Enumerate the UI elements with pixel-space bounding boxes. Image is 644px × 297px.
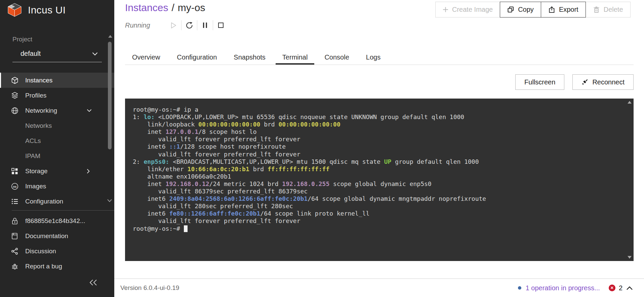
sidebar-scroll-down-arrow[interactable] xyxy=(107,198,112,204)
project-label: Project xyxy=(12,36,32,43)
networking-icon xyxy=(11,107,18,114)
terminal-scroll-up-arrow[interactable] xyxy=(628,101,632,104)
error-count: 2 xyxy=(619,284,622,292)
stop-button[interactable] xyxy=(216,20,226,31)
error-badge-icon[interactable]: ✕ xyxy=(609,285,615,291)
sidebar-scrollbar-thumb[interactable] xyxy=(108,42,112,149)
sidebar-item-label: Storage xyxy=(25,168,48,175)
tab-overview[interactable]: Overview xyxy=(125,50,167,65)
incus-logo-icon xyxy=(7,3,23,17)
instance-action-buttons: Create Image Copy Export Delete xyxy=(436,2,631,17)
sidebar: Incus UI Project default Instances Profi… xyxy=(0,0,114,297)
app-logo[interactable]: Incus UI xyxy=(7,3,66,17)
export-label: Export xyxy=(559,6,578,13)
sidebar-item-label: Documentation xyxy=(25,232,68,240)
version-label: Version 6.0.4-ui-0.19 xyxy=(120,284,179,292)
lock-icon xyxy=(11,217,18,225)
chevron-up-icon xyxy=(626,286,633,291)
sidebar-item-images[interactable]: os Images xyxy=(0,179,114,194)
trash-icon xyxy=(593,6,600,13)
images-os-icon: os xyxy=(11,183,18,190)
copy-button[interactable]: Copy xyxy=(500,2,541,17)
sidebar-item-profiles[interactable]: Profiles xyxy=(0,88,114,103)
sidebar-bottom-nav: f868855e1c84b342... Documentation Discus… xyxy=(0,213,114,274)
delete-label: Delete xyxy=(604,6,623,13)
sidebar-item-label: Profiles xyxy=(25,92,46,99)
sidebar-collapse-button[interactable] xyxy=(89,279,98,287)
reconnect-button[interactable]: Reconnect xyxy=(572,74,634,90)
terminal-scroll-down-arrow[interactable] xyxy=(628,256,632,259)
profiles-icon xyxy=(11,92,18,99)
tab-configuration[interactable]: Configuration xyxy=(170,50,224,65)
export-icon xyxy=(548,6,555,13)
bug-icon xyxy=(11,263,18,270)
double-chevron-left-icon xyxy=(89,279,98,287)
sidebar-item-networks[interactable]: Networks xyxy=(0,118,114,133)
storage-icon xyxy=(11,168,18,175)
export-button[interactable]: Export xyxy=(541,2,586,17)
create-image-label: Create Image xyxy=(452,6,493,13)
project-select[interactable]: default xyxy=(12,46,102,62)
sidebar-divider xyxy=(12,210,114,211)
sidebar-item-report-a-bug[interactable]: Report a bug xyxy=(0,259,114,274)
sidebar-item-networking[interactable]: Networking xyxy=(0,103,114,118)
configuration-list-icon xyxy=(11,198,18,205)
tab-logs[interactable]: Logs xyxy=(359,50,387,65)
sidebar-scroll-up-arrow[interactable] xyxy=(108,35,112,38)
fullscreen-button[interactable]: Fullscreen xyxy=(515,74,564,90)
sidebar-item-label: Configuration xyxy=(25,198,63,205)
pause-button[interactable] xyxy=(200,20,210,31)
instances-icon xyxy=(11,77,18,84)
sidebar-item-label: IPAM xyxy=(25,152,40,160)
documentation-icon xyxy=(11,232,18,239)
reconnect-icon xyxy=(581,79,588,85)
restart-icon xyxy=(186,22,193,29)
sidebar-item-documentation[interactable]: Documentation xyxy=(0,228,114,244)
operation-status-dot-icon xyxy=(518,286,521,290)
separator xyxy=(181,20,182,30)
chevron-down-icon xyxy=(87,109,92,112)
tab-console[interactable]: Console xyxy=(318,50,356,65)
terminal-cursor xyxy=(184,225,188,232)
sidebar-item-storage[interactable]: Storage xyxy=(0,163,114,179)
sidebar-item-label: Instances xyxy=(25,77,52,84)
sidebar-nav: Instances Profiles Networking Networks xyxy=(0,73,114,209)
play-icon xyxy=(170,22,177,29)
sidebar-item-configuration[interactable]: Configuration xyxy=(0,194,114,209)
copy-label: Copy xyxy=(518,6,534,13)
instance-actions xyxy=(169,20,226,31)
terminal-window[interactable]: root@my-os:~# ip a1: lo: <LOOPBACK,UP,LO… xyxy=(125,99,634,261)
app-title: Incus UI xyxy=(28,4,66,16)
terminal-toolbar: Fullscreen Reconnect xyxy=(515,74,634,90)
breadcrumb-instances-link[interactable]: Instances xyxy=(125,2,168,13)
sidebar-item-label: Images xyxy=(25,183,46,190)
create-image-button[interactable]: Create Image xyxy=(435,2,500,17)
project-select-value: default xyxy=(21,50,41,58)
sidebar-item-label: Discussion xyxy=(25,248,56,255)
plus-icon xyxy=(443,7,448,12)
pause-icon xyxy=(202,22,208,29)
status-bar-right: 1 operation in progress... ✕ 2 xyxy=(518,284,633,292)
sidebar-item-server-certificate[interactable]: f868855e1c84b342... xyxy=(0,213,114,228)
restart-button[interactable] xyxy=(185,20,194,31)
tab-snapshots[interactable]: Snapshots xyxy=(227,50,272,65)
status-bar: Version 6.0.4-ui-0.19 1 operation in pro… xyxy=(114,279,644,297)
sidebar-item-ipam[interactable]: IPAM xyxy=(0,148,114,163)
sidebar-item-label: ACLs xyxy=(25,137,41,145)
svg-text:os: os xyxy=(13,185,17,188)
sidebar-item-label: Report a bug xyxy=(25,263,62,270)
operations-in-progress-link[interactable]: 1 operation in progress... xyxy=(526,284,600,292)
expand-notifications-button[interactable] xyxy=(626,286,633,291)
tabs-divider xyxy=(125,65,634,65)
sidebar-item-discussion[interactable]: Discussion xyxy=(0,244,114,259)
share-icon xyxy=(11,248,18,255)
instance-tabs: Overview Configuration Snapshots Termina… xyxy=(125,50,391,65)
status-badge: Running xyxy=(125,22,157,29)
terminal-output: root@my-os:~# ip a1: lo: <LOOPBACK,UP,LO… xyxy=(133,106,625,232)
sidebar-item-instances[interactable]: Instances xyxy=(0,73,114,88)
delete-button[interactable]: Delete xyxy=(586,2,631,17)
tab-terminal[interactable]: Terminal xyxy=(276,50,315,65)
start-button[interactable] xyxy=(169,20,178,31)
sidebar-item-acls[interactable]: ACLs xyxy=(0,133,114,148)
copy-icon xyxy=(507,6,514,13)
